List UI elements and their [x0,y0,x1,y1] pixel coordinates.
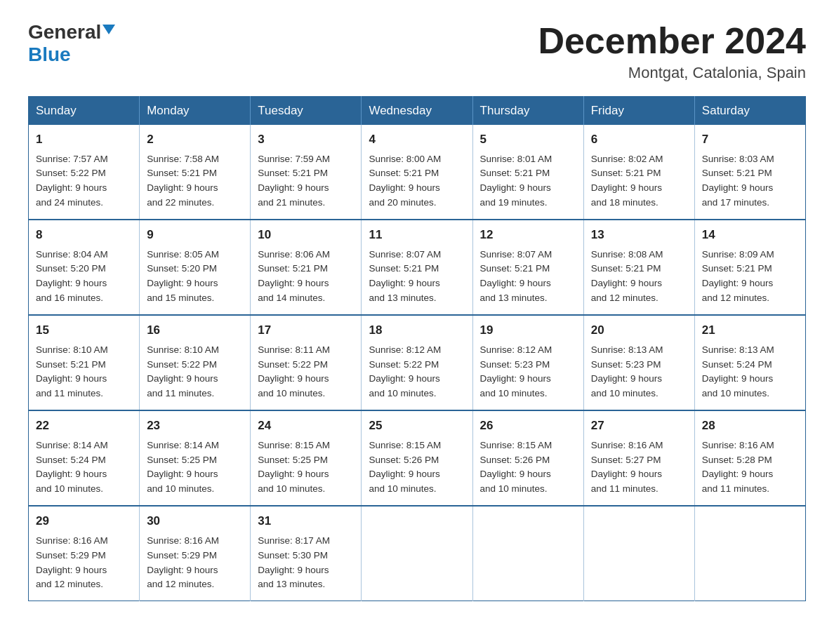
day-number: 4 [369,130,465,149]
calendar-table: SundayMondayTuesdayWednesdayThursdayFrid… [28,96,806,601]
calendar-cell: 16Sunrise: 8:10 AMSunset: 5:22 PMDayligh… [140,315,251,410]
calendar-cell: 18Sunrise: 8:12 AMSunset: 5:22 PMDayligh… [362,315,472,410]
day-number: 31 [258,512,354,530]
calendar-cell: 8Sunrise: 8:04 AMSunset: 5:20 PMDaylight… [29,220,140,315]
day-number: 5 [480,130,576,149]
day-number: 23 [147,417,243,435]
day-number: 2 [147,130,243,149]
calendar-cell: 7Sunrise: 8:03 AMSunset: 5:21 PMDaylight… [694,125,805,220]
calendar-cell: 26Sunrise: 8:15 AMSunset: 5:26 PMDayligh… [472,410,583,506]
calendar-cell: 10Sunrise: 8:06 AMSunset: 5:21 PMDayligh… [251,220,362,315]
title-section: December 2024 Montgat, Catalonia, Spain [538,21,806,82]
calendar-cell: 4Sunrise: 8:00 AMSunset: 5:21 PMDaylight… [362,125,472,220]
day-number: 10 [258,226,354,244]
calendar-cell [472,506,583,601]
calendar-cell [362,506,472,601]
sunrise-info: Sunrise: 8:14 AMSunset: 5:24 PMDaylight:… [36,440,108,495]
day-number: 27 [591,417,687,435]
calendar-cell: 20Sunrise: 8:13 AMSunset: 5:23 PMDayligh… [583,315,694,410]
weekday-header-wednesday: Wednesday [362,97,472,126]
calendar-cell: 15Sunrise: 8:10 AMSunset: 5:21 PMDayligh… [29,315,140,410]
calendar-cell: 2Sunrise: 7:58 AMSunset: 5:21 PMDaylight… [140,125,251,220]
svg-marker-0 [102,25,115,34]
sunrise-info: Sunrise: 8:12 AMSunset: 5:23 PMDaylight:… [480,344,552,399]
logo-arrow-icon [102,25,115,40]
sunrise-info: Sunrise: 8:16 AMSunset: 5:28 PMDaylight:… [702,440,774,495]
month-title: December 2024 [538,21,806,61]
weekday-header-monday: Monday [140,97,251,126]
day-number: 21 [702,321,798,340]
day-number: 3 [258,130,354,149]
calendar-cell: 3Sunrise: 7:59 AMSunset: 5:21 PMDaylight… [251,125,362,220]
sunrise-info: Sunrise: 8:07 AMSunset: 5:21 PMDaylight:… [480,249,552,304]
day-number: 11 [369,226,465,244]
calendar-cell: 5Sunrise: 8:01 AMSunset: 5:21 PMDaylight… [472,125,583,220]
weekday-header-row: SundayMondayTuesdayWednesdayThursdayFrid… [29,97,806,126]
day-number: 18 [369,321,465,340]
sunrise-info: Sunrise: 8:07 AMSunset: 5:21 PMDaylight:… [369,249,441,304]
day-number: 1 [36,130,132,149]
weekday-header-friday: Friday [583,97,694,126]
weekday-header-tuesday: Tuesday [251,97,362,126]
sunrise-info: Sunrise: 8:01 AMSunset: 5:21 PMDaylight:… [480,154,552,208]
calendar-cell: 12Sunrise: 8:07 AMSunset: 5:21 PMDayligh… [472,220,583,315]
day-number: 9 [147,226,243,244]
calendar-cell: 24Sunrise: 8:15 AMSunset: 5:25 PMDayligh… [251,410,362,506]
calendar-cell: 30Sunrise: 8:16 AMSunset: 5:29 PMDayligh… [140,506,251,601]
day-number: 12 [480,226,576,244]
sunrise-info: Sunrise: 7:59 AMSunset: 5:21 PMDaylight:… [258,154,330,208]
sunrise-info: Sunrise: 8:10 AMSunset: 5:21 PMDaylight:… [36,344,108,399]
day-number: 15 [36,321,132,340]
sunrise-info: Sunrise: 8:13 AMSunset: 5:23 PMDaylight:… [591,344,663,399]
calendar-cell: 28Sunrise: 8:16 AMSunset: 5:28 PMDayligh… [694,410,805,506]
day-number: 6 [591,130,687,149]
day-number: 25 [369,417,465,435]
calendar-cell: 1Sunrise: 7:57 AMSunset: 5:22 PMDaylight… [29,125,140,220]
sunrise-info: Sunrise: 8:08 AMSunset: 5:21 PMDaylight:… [591,249,663,304]
sunrise-info: Sunrise: 8:03 AMSunset: 5:21 PMDaylight:… [702,154,774,208]
day-number: 28 [702,417,798,435]
day-number: 19 [480,321,576,340]
sunrise-info: Sunrise: 8:10 AMSunset: 5:22 PMDaylight:… [147,344,219,399]
calendar-cell: 13Sunrise: 8:08 AMSunset: 5:21 PMDayligh… [583,220,694,315]
day-number: 14 [702,226,798,244]
sunrise-info: Sunrise: 8:12 AMSunset: 5:22 PMDaylight:… [369,344,441,399]
day-number: 20 [591,321,687,340]
day-number: 29 [36,512,132,530]
week-row-3: 15Sunrise: 8:10 AMSunset: 5:21 PMDayligh… [29,315,806,410]
calendar-cell: 23Sunrise: 8:14 AMSunset: 5:25 PMDayligh… [140,410,251,506]
day-number: 17 [258,321,354,340]
calendar-cell: 9Sunrise: 8:05 AMSunset: 5:20 PMDaylight… [140,220,251,315]
sunrise-info: Sunrise: 8:13 AMSunset: 5:24 PMDaylight:… [702,344,774,399]
calendar-cell [583,506,694,601]
calendar-cell: 31Sunrise: 8:17 AMSunset: 5:30 PMDayligh… [251,506,362,601]
logo: General Blue [28,21,115,66]
calendar-cell: 25Sunrise: 8:15 AMSunset: 5:26 PMDayligh… [362,410,472,506]
logo-general-text: General [28,21,101,43]
day-number: 22 [36,417,132,435]
day-number: 8 [36,226,132,244]
day-number: 24 [258,417,354,435]
calendar-cell: 6Sunrise: 8:02 AMSunset: 5:21 PMDaylight… [583,125,694,220]
week-row-1: 1Sunrise: 7:57 AMSunset: 5:22 PMDaylight… [29,125,806,220]
day-number: 13 [591,226,687,244]
week-row-4: 22Sunrise: 8:14 AMSunset: 5:24 PMDayligh… [29,410,806,506]
sunrise-info: Sunrise: 8:17 AMSunset: 5:30 PMDaylight:… [258,535,330,590]
calendar-cell [694,506,805,601]
sunrise-info: Sunrise: 8:02 AMSunset: 5:21 PMDaylight:… [591,154,663,208]
calendar-cell: 22Sunrise: 8:14 AMSunset: 5:24 PMDayligh… [29,410,140,506]
calendar-cell: 14Sunrise: 8:09 AMSunset: 5:21 PMDayligh… [694,220,805,315]
sunrise-info: Sunrise: 8:15 AMSunset: 5:25 PMDaylight:… [258,440,330,495]
calendar-cell: 19Sunrise: 8:12 AMSunset: 5:23 PMDayligh… [472,315,583,410]
sunrise-info: Sunrise: 8:00 AMSunset: 5:21 PMDaylight:… [369,154,441,208]
weekday-header-thursday: Thursday [472,97,583,126]
sunrise-info: Sunrise: 8:16 AMSunset: 5:29 PMDaylight:… [36,535,108,590]
logo-blue-text: Blue [28,43,71,65]
week-row-5: 29Sunrise: 8:16 AMSunset: 5:29 PMDayligh… [29,506,806,601]
sunrise-info: Sunrise: 8:06 AMSunset: 5:21 PMDaylight:… [258,249,330,304]
day-number: 30 [147,512,243,530]
weekday-header-saturday: Saturday [694,97,805,126]
sunrise-info: Sunrise: 8:05 AMSunset: 5:20 PMDaylight:… [147,249,219,304]
sunrise-info: Sunrise: 7:58 AMSunset: 5:21 PMDaylight:… [147,154,219,208]
sunrise-info: Sunrise: 8:16 AMSunset: 5:29 PMDaylight:… [147,535,219,590]
